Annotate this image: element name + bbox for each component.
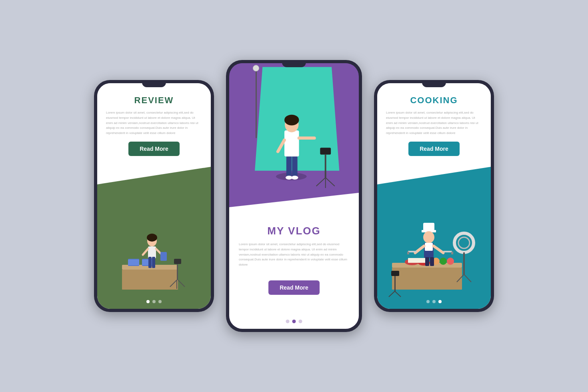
svg-rect-23: [320, 148, 331, 154]
review-phone-notch: [142, 80, 166, 87]
cooking-bottom-section: [377, 162, 491, 309]
svg-rect-64: [443, 251, 452, 252]
svg-rect-7: [177, 264, 178, 280]
vlog-bottom-section: MY VLOG Lorem ipsum dolor sit amet, cons…: [229, 217, 359, 329]
svg-point-32: [291, 176, 298, 180]
vlog-read-more-button[interactable]: Read More: [268, 280, 320, 295]
svg-point-44: [447, 258, 454, 265]
cooking-dot-1: [426, 300, 430, 303]
vlog-dot-1: [286, 320, 290, 323]
svg-point-12: [147, 234, 157, 242]
review-dot-3: [158, 300, 162, 303]
vlog-dot-2: [292, 320, 296, 323]
review-top-section: REVIEW Lorem ipsum dolor sit amet, conse…: [97, 83, 211, 162]
vlog-screen-content: MY VLOG Lorem ipsum dolor sit amet, cons…: [229, 63, 359, 329]
cooking-screen-content: COOKING Lorem ipsum dolor sit amet, cons…: [377, 83, 491, 309]
cooking-title: COOKING: [386, 95, 482, 106]
svg-line-63: [434, 246, 443, 253]
vlog-title: MY VLOG: [239, 225, 349, 237]
svg-rect-30: [292, 155, 297, 176]
review-title: REVIEW: [106, 95, 202, 106]
svg-line-53: [389, 291, 395, 297]
cooking-phone: COOKING Lorem ipsum dolor sit amet, cons…: [374, 80, 494, 312]
svg-rect-62: [407, 252, 409, 254]
cooking-top-section: COOKING Lorem ipsum dolor sit amet, cons…: [377, 83, 491, 162]
phones-container: REVIEW Lorem ipsum dolor sit amet, conse…: [94, 60, 494, 332]
svg-rect-21: [256, 69, 257, 138]
svg-rect-66: [425, 257, 429, 266]
cooking-dot-2: [432, 300, 436, 303]
svg-rect-14: [148, 257, 152, 268]
svg-rect-33: [284, 130, 299, 156]
review-read-more-button[interactable]: Read More: [128, 142, 180, 156]
cooking-dots: [426, 300, 442, 303]
svg-rect-6: [174, 259, 181, 264]
svg-rect-1: [122, 270, 178, 290]
svg-line-54: [395, 291, 401, 297]
svg-rect-3: [128, 260, 139, 265]
svg-rect-29: [286, 155, 292, 176]
cooking-dot-3: [438, 300, 442, 303]
svg-point-22: [253, 65, 259, 71]
svg-rect-39: [392, 268, 462, 290]
svg-rect-13: [148, 246, 156, 258]
svg-rect-51: [391, 271, 399, 276]
review-phone: REVIEW Lorem ipsum dolor sit amet, conse…: [94, 80, 214, 312]
svg-rect-67: [430, 257, 434, 266]
svg-rect-61: [408, 251, 417, 252]
cooking-read-more-button[interactable]: Read More: [408, 142, 460, 156]
cooking-lorem: Lorem ipsum dolor sit amet, consectetur …: [386, 110, 482, 136]
svg-rect-45: [408, 258, 426, 263]
svg-rect-15: [152, 257, 155, 268]
review-dot-2: [152, 300, 156, 303]
vlog-dots: [286, 320, 302, 323]
review-screen: REVIEW Lorem ipsum dolor sit amet, conse…: [97, 83, 211, 309]
review-dots: [146, 300, 162, 303]
svg-rect-24: [325, 154, 326, 178]
vlog-phone: MY VLOG Lorem ipsum dolor sit amet, cons…: [226, 60, 362, 332]
svg-rect-59: [425, 243, 433, 251]
svg-rect-52: [394, 276, 396, 291]
cooking-screen: COOKING Lorem ipsum dolor sit amet, cons…: [377, 83, 491, 309]
cooking-phone-notch: [422, 80, 446, 87]
svg-line-9: [178, 280, 185, 287]
svg-rect-55: [423, 223, 434, 231]
svg-rect-17: [160, 252, 167, 261]
cooking-illustration: [384, 215, 484, 299]
vlog-lorem: Lorem ipsum dolor sit amet, consectetur …: [239, 242, 349, 268]
review-screen-content: REVIEW Lorem ipsum dolor sit amet, conse…: [97, 83, 211, 309]
review-illustration: [106, 217, 202, 301]
svg-line-18: [143, 249, 148, 255]
svg-rect-65: [451, 252, 453, 254]
svg-point-47: [458, 237, 470, 248]
vlog-top-section: [229, 63, 359, 217]
vlog-phone-notch: [282, 60, 306, 67]
svg-point-35: [284, 115, 299, 126]
vlog-dot-3: [299, 320, 302, 323]
svg-point-43: [440, 258, 447, 265]
review-bottom-section: [97, 162, 211, 309]
svg-line-50: [464, 274, 471, 282]
svg-rect-48: [463, 252, 465, 274]
vlog-screen: MY VLOG Lorem ipsum dolor sit amet, cons…: [229, 63, 359, 329]
svg-point-57: [423, 231, 434, 243]
review-lorem: Lorem ipsum dolor sit amet, consectetur …: [106, 110, 202, 136]
review-dot-1: [146, 300, 150, 303]
